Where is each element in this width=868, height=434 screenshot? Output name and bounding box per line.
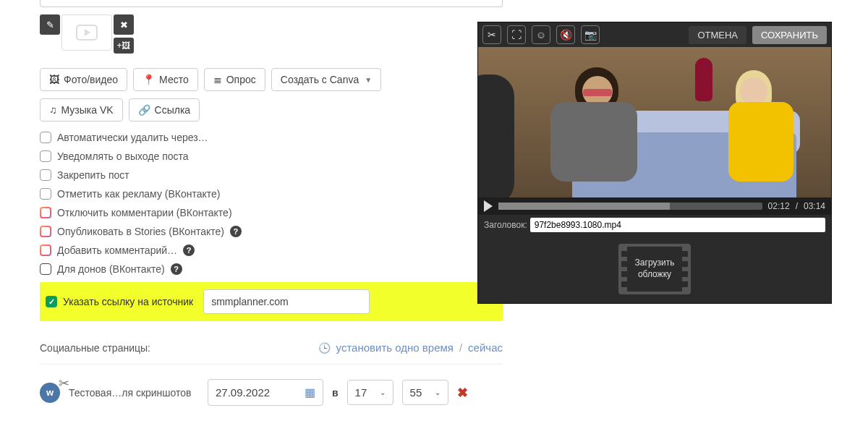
photo-video-button[interactable]: 🖼 Фото/видео: [40, 68, 127, 91]
chevron-down-icon: ⌄: [380, 388, 386, 396]
pencil-icon: ✎: [46, 20, 54, 30]
upload-cover-text1: Загрузить: [635, 258, 675, 268]
option-label: Для донов (ВКонтакте): [57, 263, 165, 275]
help-icon[interactable]: ?: [230, 226, 242, 237]
poll-button[interactable]: ≣ Опрос: [204, 68, 265, 91]
checkbox-checked[interactable]: ✓: [46, 296, 57, 307]
option-label: Автоматически удалить через…: [57, 132, 208, 143]
checkbox[interactable]: [40, 150, 51, 162]
remove-schedule-button[interactable]: ✖: [457, 385, 468, 401]
link-label: Ссылка: [155, 104, 191, 116]
save-button[interactable]: СОХРАНИТЬ: [752, 26, 827, 44]
option-for-dons[interactable]: Для донов (ВКонтакте) ?: [40, 263, 503, 275]
option-mark-ad[interactable]: Отметить как рекламу (ВКонтакте): [40, 188, 503, 200]
help-icon[interactable]: ?: [183, 244, 195, 256]
link-button[interactable]: 🔗 Ссылка: [129, 98, 200, 122]
add-media-button[interactable]: +🖼: [114, 38, 134, 54]
checkbox[interactable]: [40, 226, 51, 237]
option-label: Отключить комментарии (ВКонтакте): [57, 207, 232, 218]
canva-button[interactable]: Создать с Canva ▼: [271, 68, 381, 91]
social-pages-title: Социальные страницы:: [40, 342, 150, 354]
checkbox[interactable]: [40, 263, 51, 275]
option-label: Добавить комментарий…: [57, 244, 177, 256]
editor-toolbar: ✂ ⛶ ☺ 🔇 📷 ОТМЕНА СОХРАНИТЬ: [478, 22, 831, 47]
link-icon: 🔗: [138, 104, 150, 116]
clock-icon: 🕒: [318, 342, 331, 354]
trim-tool[interactable]: ✂: [482, 25, 501, 44]
upload-cover-button[interactable]: Загрузить обложку: [618, 244, 691, 294]
post-text-input-bottom[interactable]: [40, 0, 503, 7]
date-picker[interactable]: 27.09.2022 ▦: [208, 379, 323, 406]
separator: /: [459, 341, 462, 354]
time-total: 03:14: [804, 201, 825, 211]
option-label: Уведомлять о выходе поста: [57, 150, 189, 162]
checkbox[interactable]: [40, 169, 51, 181]
mute-icon: 🔇: [560, 29, 572, 41]
upload-cover-text2: обложку: [638, 269, 671, 279]
cancel-button[interactable]: ОТМЕНА: [689, 26, 746, 44]
option-add-comment[interactable]: Добавить комментарий… ?: [40, 244, 503, 256]
checkbox[interactable]: [40, 207, 51, 218]
option-label: Указать ссылку на источник: [63, 296, 193, 307]
time-links: 🕒 установить одно время / сейчас: [318, 341, 503, 354]
edit-media-button[interactable]: ✎: [40, 14, 60, 35]
schedule-row: ✂ w Тестовая…ля скриншотов 27.09.2022 ▦ …: [40, 365, 503, 406]
media-thumbnail[interactable]: [61, 14, 112, 51]
camera-icon: 📷: [584, 29, 597, 41]
svg-marker-1: [85, 29, 90, 36]
sticker-tool[interactable]: ☺: [532, 25, 550, 44]
post-form: ✎ ✖ +🖼 🖼 Фото/видео 📍 Место ≣: [40, 0, 503, 406]
media-side-actions: ✖ +🖼: [114, 14, 134, 54]
scissors-icon: ✂: [488, 29, 496, 41]
social-pages-header: Социальные страницы: 🕒 установить одно в…: [40, 334, 503, 365]
now-link[interactable]: сейчас: [468, 341, 503, 354]
music-icon: ♫: [49, 104, 57, 116]
option-label: Опубликовать в Stories (ВКонтакте): [57, 226, 224, 237]
chevron-down-icon: ⌄: [435, 388, 441, 396]
help-icon[interactable]: ?: [171, 263, 182, 275]
calendar-icon[interactable]: ▦: [305, 386, 315, 399]
place-button[interactable]: 📍 Место: [133, 68, 198, 91]
option-notify[interactable]: Уведомлять о выходе поста: [40, 150, 503, 162]
minute-select[interactable]: 55 ⌄: [402, 380, 448, 405]
date-value: 27.09.2022: [216, 386, 270, 399]
title-label: Заголовок:: [484, 220, 527, 230]
attachment-buttons-row2: ♫ Музыка VK 🔗 Ссылка: [40, 98, 503, 122]
image-icon: 🖼: [49, 74, 59, 85]
play-button[interactable]: [484, 200, 493, 212]
attachment-buttons-row1: 🖼 Фото/видео 📍 Место ≣ Опрос Создать с C…: [40, 68, 503, 91]
option-disable-comments[interactable]: Отключить комментарии (ВКонтакте): [40, 207, 503, 218]
mute-tool[interactable]: 🔇: [556, 25, 575, 44]
hour-select[interactable]: 17 ⌄: [347, 380, 393, 405]
source-url-input[interactable]: [203, 289, 370, 314]
video-title-input[interactable]: [530, 218, 825, 232]
add-image-icon: +🖼: [116, 41, 130, 51]
checkbox[interactable]: [40, 188, 51, 200]
pin-icon: 📍: [142, 74, 155, 85]
vk-account-badge[interactable]: ✂ w: [40, 383, 60, 403]
set-one-time-link[interactable]: установить одно время: [336, 341, 454, 354]
remove-media-button[interactable]: ✖: [114, 14, 134, 35]
crop-icon: ⛶: [511, 29, 522, 41]
option-label: Закрепить пост: [57, 169, 129, 181]
option-pin[interactable]: Закрепить пост: [40, 169, 503, 181]
play-icon: [76, 25, 98, 41]
snapshot-tool[interactable]: 📷: [581, 25, 600, 44]
video-title-row: Заголовок:: [478, 215, 831, 235]
video-preview[interactable]: [478, 47, 831, 197]
checkbox[interactable]: [40, 132, 51, 143]
checkbox[interactable]: [40, 244, 51, 256]
vk-icon: w: [40, 383, 60, 403]
music-vk-label: Музыка VK: [61, 104, 114, 116]
attached-media: ✎ ✖ +🖼: [40, 14, 503, 54]
option-stories[interactable]: Опубликовать в Stories (ВКонтакте) ?: [40, 226, 503, 237]
smile-icon: ☺: [536, 29, 546, 41]
post-options: Автоматически удалить через… Уведомлять …: [40, 132, 503, 275]
close-icon: ✖: [120, 20, 128, 30]
music-vk-button[interactable]: ♫ Музыка VK: [40, 98, 123, 122]
video-timeline[interactable]: [498, 203, 762, 210]
option-auto-delete[interactable]: Автоматически удалить через…: [40, 132, 503, 143]
page-name: Тестовая…ля скриншотов: [69, 387, 199, 399]
crop-tool[interactable]: ⛶: [507, 25, 526, 44]
place-label: Место: [159, 74, 189, 85]
